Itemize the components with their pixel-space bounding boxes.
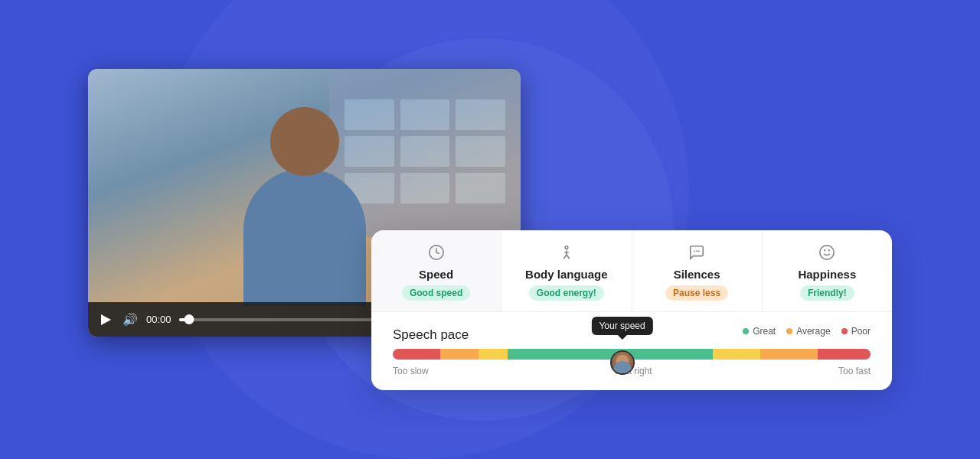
main-container: 🔊 00:00: [0, 0, 980, 459]
person-head: [270, 107, 339, 176]
tab-speed-badge: Good speed: [402, 285, 470, 301]
silences-icon: [688, 244, 705, 263]
legend-dot-average: [786, 328, 792, 334]
tab-happiness[interactable]: Happiness Friendly!: [763, 230, 892, 311]
tab-happiness-title: Happiness: [798, 268, 856, 281]
tab-body-language-badge: Good energy!: [529, 285, 604, 301]
legend-dot-poor: [841, 328, 848, 334]
bar-segment-red-left: [393, 349, 440, 360]
legend-average-label: Average: [796, 326, 830, 337]
window-pane: [400, 136, 450, 167]
legend-dot-great: [743, 328, 749, 334]
bar-label-left: Too slow: [393, 366, 429, 376]
bar-segment-yellow-right: [713, 349, 760, 360]
tab-happiness-badge: Friendly!: [800, 285, 854, 301]
body-language-icon: [558, 244, 575, 263]
time-display: 00:00: [146, 314, 172, 325]
analytics-panel: Speed Good speed Body language Good ener…: [371, 230, 892, 390]
window-pane: [400, 99, 450, 130]
play-button[interactable]: [97, 311, 114, 328]
tab-body-language-title: Body language: [525, 268, 608, 281]
volume-icon: 🔊: [122, 312, 138, 327]
window-pane: [456, 136, 505, 167]
speed-bar-wrapper: Your speed: [393, 349, 871, 376]
tab-speed-title: Speed: [419, 268, 453, 281]
legend-great-label: Great: [753, 326, 776, 337]
bar-segment-orange-left: [440, 349, 479, 360]
bar-segment-red-right: [818, 349, 871, 360]
legend-great: Great: [743, 326, 776, 337]
progress-thumb: [184, 314, 194, 324]
avatar-inner: [612, 352, 633, 373]
legend-poor-label: Poor: [851, 326, 871, 337]
tab-speed[interactable]: Speed Good speed: [371, 230, 501, 311]
tabs-row: Speed Good speed Body language Good ener…: [371, 230, 892, 312]
bar-label-right: Too fast: [838, 366, 871, 376]
window-pane: [400, 173, 450, 203]
play-icon: [101, 314, 111, 325]
window-pane: [456, 173, 505, 203]
legend-average: Average: [786, 326, 830, 337]
window-pane: [456, 99, 505, 130]
tab-silences[interactable]: Silences Pause less: [632, 230, 763, 311]
legend: Great Average Poor: [743, 326, 871, 337]
person-body: [243, 168, 366, 306]
tab-silences-badge: Pause less: [665, 285, 728, 301]
tab-body-language[interactable]: Body language Good energy!: [501, 230, 632, 311]
volume-button[interactable]: 🔊: [122, 311, 139, 328]
person-figure: [228, 107, 381, 306]
bar-segment-yellow-left: [479, 349, 507, 360]
svg-point-0: [565, 246, 568, 249]
svg-point-4: [820, 246, 834, 259]
avatar-marker: [610, 350, 635, 375]
avatar-body: [613, 361, 632, 373]
tab-silences-title: Silences: [674, 268, 720, 281]
speed-tooltip: Your speed: [591, 317, 652, 335]
speed-icon: [428, 244, 445, 263]
bar-segment-orange-right: [760, 349, 818, 360]
legend-poor: Poor: [841, 326, 871, 337]
pace-section: Speech pace Great Average Poor: [371, 312, 892, 390]
happiness-icon: [818, 244, 835, 263]
content-wrapper: 🔊 00:00: [88, 69, 892, 390]
pace-title: Speech pace: [393, 327, 469, 342]
